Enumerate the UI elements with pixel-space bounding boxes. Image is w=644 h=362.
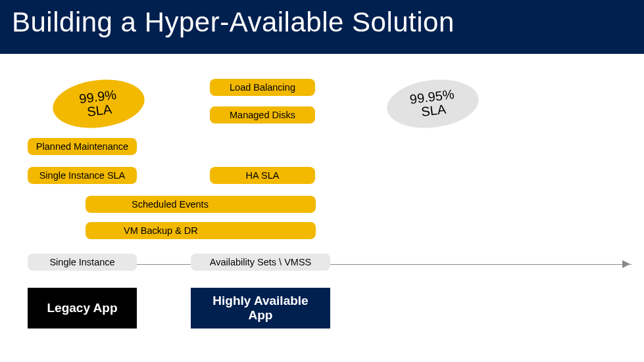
pill-availability-sets-vmss: Availability Sets \ VMSS [191,254,330,271]
title-bar: Building a Hyper-Available Solution [0,0,644,54]
pill-scheduled-events: Scheduled Events [86,196,316,213]
label-legacy-app: Legacy App [28,288,137,328]
pill-single-instance: Single Instance [28,254,137,271]
availability-axis-arrow-icon [622,260,630,268]
slide-title: Building a Hyper-Available Solution [12,7,632,38]
sla-badge-99-95-text: 99.95%SLA [409,87,457,120]
pill-vm-backup-dr: VM Backup & DR [86,222,316,239]
pill-load-balancing: Load Balancing [210,79,315,96]
label-highly-available-app: Highly AvailableApp [191,288,330,328]
label-legacy-app-text: Legacy App [47,301,118,315]
diagram-canvas: 99.9%SLA 99.95%SLA Load Balancing Manage… [0,54,644,362]
pill-ha-sla: HA SLA [210,167,315,184]
sla-badge-99-95: 99.95%SLA [384,75,482,133]
sla-badge-99-9: 99.9%SLA [50,75,147,133]
pill-planned-maintenance: Planned Maintenance [28,138,137,155]
label-highly-available-app-text: Highly AvailableApp [212,294,308,323]
pill-managed-disks: Managed Disks [210,106,315,124]
pill-single-instance-sla: Single Instance SLA [28,167,137,184]
sla-badge-99-9-text: 99.9%SLA [78,88,118,120]
